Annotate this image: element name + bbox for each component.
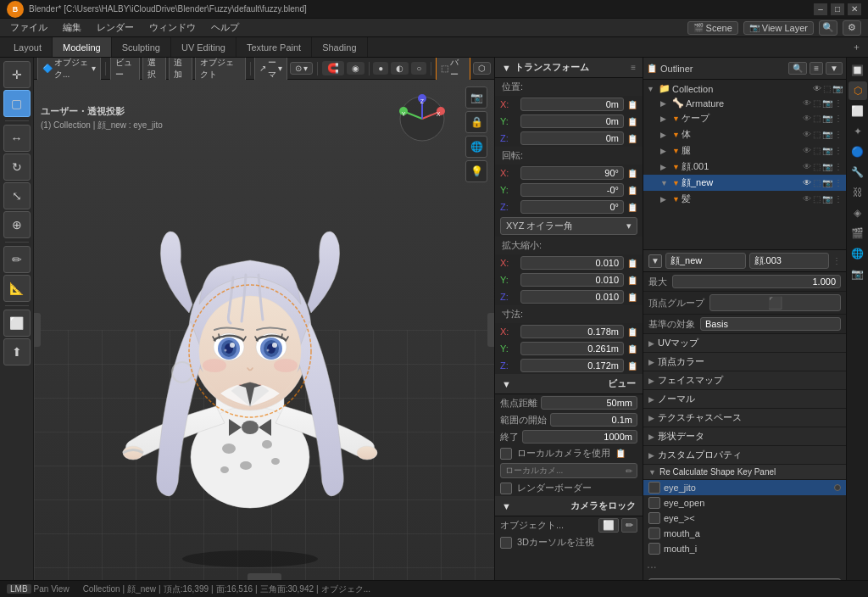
viewport-lock[interactable]: 🔒 <box>465 111 487 133</box>
annotate-tool[interactable]: ✏ <box>3 246 31 273</box>
transform-tool[interactable]: ⊕ <box>3 211 31 238</box>
object-name-field[interactable]: 顔_new <box>665 253 746 269</box>
rot-z-value[interactable]: 0° <box>520 200 624 214</box>
rotate-tool[interactable]: ↻ <box>3 153 31 181</box>
props-mesh-icon[interactable]: ⬡ <box>849 81 867 100</box>
tree-cape[interactable]: ▶ ▼ ケープ 👁 ⬚ 📷 ⋮ <box>643 110 846 126</box>
tree-body[interactable]: ▶ ▼ 体 👁 ⬚ 📷 ⋮ <box>643 126 846 142</box>
leg-eye-icon[interactable]: 👁 <box>803 146 811 155</box>
measure-tool[interactable]: 📐 <box>3 275 31 302</box>
shapekey-mouth-i[interactable]: mouth_i <box>643 541 846 556</box>
shapekey-eye-cross-checkbox[interactable] <box>648 512 660 524</box>
cursor-tool[interactable]: ✛ <box>3 61 31 88</box>
lock-icon-2[interactable]: ✏ <box>621 518 637 533</box>
hair-render-icon[interactable]: 📷 <box>822 194 832 204</box>
rot-y-copy[interactable]: 📋 <box>627 186 637 195</box>
extrude-tool[interactable]: ⬆ <box>3 338 31 365</box>
viewport-bottom-handle[interactable] <box>248 573 281 580</box>
scene-selector[interactable]: 🎬 Scene <box>687 21 738 35</box>
local-camera-checkbox[interactable] <box>500 448 512 460</box>
close-button[interactable]: ✕ <box>848 3 861 15</box>
face001-render-icon[interactable]: 📷 <box>822 162 832 171</box>
viewport-gizmo[interactable]: X Y Z <box>397 93 448 144</box>
scale-tool[interactable]: ⤡ <box>3 182 31 209</box>
dim-x-copy[interactable]: 📋 <box>627 327 637 337</box>
add-cube-tool[interactable]: ⬜ <box>3 310 31 337</box>
tree-collection[interactable]: ▼ 📁 Collection 👁 ⬚ 📷 <box>643 81 846 96</box>
scale-z-value[interactable]: 0.010 <box>520 290 624 304</box>
tab-layout[interactable]: Layout <box>3 37 53 57</box>
props-sidebar-toggle[interactable]: ▼ <box>648 254 662 268</box>
props-object-icon[interactable]: 🔲 <box>849 61 867 80</box>
leg-more-icon[interactable]: ⋮ <box>834 146 843 155</box>
custom-props-section[interactable]: ▶ カスタムプロパティ <box>643 446 846 465</box>
normal-section[interactable]: ▶ ノーマル <box>643 390 846 409</box>
recalc-section[interactable]: ▼ Re Calculate Shape Key Panel <box>643 465 846 480</box>
shapekey-eye-open-checkbox[interactable] <box>648 497 660 509</box>
viewport-shading-solid[interactable]: ● <box>373 62 388 75</box>
rotation-mode-dropdown[interactable]: XYZ オイラー角 ▾ <box>500 217 637 235</box>
mesh-name-field[interactable]: 顔.003 <box>749 253 830 269</box>
proportional-edit[interactable]: ◉ <box>347 62 364 75</box>
search-button[interactable]: 🔍 <box>819 20 837 36</box>
tab-uv-editing[interactable]: UV Editing <box>171 37 236 57</box>
clip-end-value[interactable]: 1000m <box>522 430 637 444</box>
object-menu[interactable]: オブジェクト <box>195 58 246 82</box>
snap-toggle[interactable]: 🧲 <box>322 61 344 75</box>
local-camera-icon[interactable]: 📋 <box>615 449 626 458</box>
props-material-icon[interactable]: ⬜ <box>849 102 867 120</box>
transform-section-header[interactable]: ▼ トランスフォーム ≡ <box>495 58 643 78</box>
menu-edit[interactable]: 編集 <box>56 20 88 36</box>
scale-y-value[interactable]: 0.010 <box>520 273 624 287</box>
world-orient[interactable]: 🌐 <box>465 136 487 158</box>
viewport-right-handle[interactable] <box>487 313 494 347</box>
body-sel-icon[interactable]: ⬚ <box>813 130 821 139</box>
shapekey-mouth-i-checkbox[interactable] <box>648 543 660 555</box>
face001-more-icon[interactable]: ⋮ <box>834 162 843 171</box>
tab-texture-paint[interactable]: Texture Paint <box>236 37 312 57</box>
props-modifier-icon[interactable]: 🔧 <box>849 163 867 181</box>
face-map-section[interactable]: ▶ フェイスマップ <box>643 371 846 390</box>
collection-render-icon[interactable]: 📷 <box>832 84 843 93</box>
body-eye-icon[interactable]: 👁 <box>803 130 811 139</box>
props-object-constraints-icon[interactable]: ⛓ <box>849 183 867 202</box>
face001-sel-icon[interactable]: ⬚ <box>813 162 821 171</box>
props-particles-icon[interactable]: ✦ <box>849 122 867 141</box>
tab-shading[interactable]: Shading <box>312 37 367 57</box>
mode-selector[interactable]: 🔷 オブジェク... ▾ <box>37 58 101 82</box>
armature-sel-icon[interactable]: ⬚ <box>813 98 821 108</box>
settings-button[interactable]: ⚙ <box>843 20 861 36</box>
max-value[interactable]: 1.000 <box>672 275 841 288</box>
light-toggle[interactable]: 💡 <box>465 160 487 182</box>
shapekey-eye-jito-checkbox[interactable] <box>648 482 660 494</box>
add-workspace-button[interactable]: ＋ <box>852 41 861 53</box>
fix-shape-key-button[interactable]: Fix Shape Key <box>648 578 841 580</box>
rot-x-copy[interactable]: 📋 <box>627 169 637 178</box>
scale-x-copy[interactable]: 📋 <box>627 259 637 268</box>
tree-leg[interactable]: ▶ ▼ 腿 👁 ⬚ 📷 ⋮ <box>643 142 846 159</box>
props-scene-icon[interactable]: 🎬 <box>849 224 867 243</box>
armature-more-icon[interactable]: ⋮ <box>834 98 843 108</box>
armature-eye-icon[interactable]: 👁 <box>803 98 811 108</box>
cape-eye-icon[interactable]: 👁 <box>803 114 811 123</box>
shapekey-eye-cross[interactable]: eye_>< <box>643 511 846 526</box>
pos-z-value[interactable]: 0m <box>520 131 624 145</box>
texture-space-section[interactable]: ▶ テクスチャスペース <box>643 409 846 427</box>
tree-armature[interactable]: ▶ 🦴 Armature 👁 ⬚ 📷 ⋮ <box>643 96 846 110</box>
tree-face-new[interactable]: ▼ ▼ 顔_new 👁 ⬚ 📷 ⋮ <box>643 175 846 191</box>
view-menu[interactable]: ビュー <box>110 58 141 82</box>
filter-button[interactable]: 🔍 <box>788 62 807 75</box>
cape-render-icon[interactable]: 📷 <box>822 114 832 123</box>
scale-x-value[interactable]: 0.010 <box>520 256 624 270</box>
cursor-3d-checkbox[interactable] <box>500 537 512 549</box>
minimize-button[interactable]: – <box>814 3 827 15</box>
dim-y-copy[interactable]: 📋 <box>627 344 637 354</box>
mesh-name-copy[interactable]: ⋮ <box>832 256 841 265</box>
outliner-filter-types[interactable]: ▼ <box>826 62 843 75</box>
face-new-more-icon[interactable]: ⋮ <box>834 178 843 187</box>
add-menu[interactable]: 追加 <box>169 58 192 82</box>
leg-render-icon[interactable]: 📷 <box>822 146 832 155</box>
shapekey-mouth-a[interactable]: mouth_a <box>643 526 846 541</box>
body-render-icon[interactable]: 📷 <box>822 130 832 139</box>
viewport-left-handle[interactable] <box>34 313 41 347</box>
